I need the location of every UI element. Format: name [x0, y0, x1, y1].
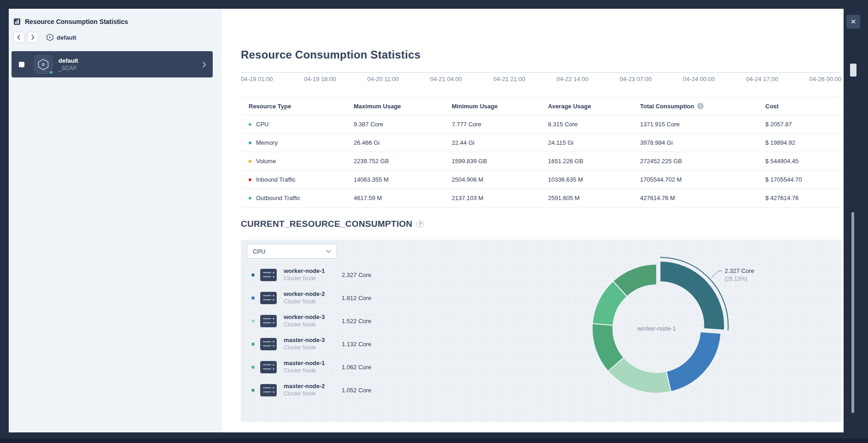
- resource-dot: [249, 197, 251, 200]
- scrollbar-thumb[interactable]: [851, 212, 854, 413]
- cell-total: 272452.225 GB: [640, 158, 765, 165]
- node-dot: [251, 319, 255, 323]
- chevron-right-icon: [31, 35, 35, 40]
- node-row[interactable]: worker-node-3Cluster Node1.522 Core: [241, 309, 439, 332]
- project-checkbox[interactable]: [19, 62, 24, 67]
- node-text: master-node-2Cluster Node: [284, 383, 342, 397]
- node-value: 1.522 Core: [342, 318, 371, 325]
- project-hexagon-icon: [34, 55, 52, 74]
- cell-max: 26.466 Gi: [354, 139, 452, 146]
- cluster-node-icon: [260, 384, 277, 396]
- resource-type-label: Memory: [256, 139, 278, 146]
- node-row[interactable]: worker-node-2Cluster Node1.812 Core: [241, 286, 439, 309]
- donut-leader-line: [711, 271, 722, 278]
- node-row[interactable]: master-node-1Cluster Node1.062 Core: [241, 355, 439, 378]
- table-header-row: Resource TypeMaximum UsageMinimum UsageA…: [241, 97, 841, 115]
- donut-annotation-value: 2.327 Core: [725, 267, 754, 274]
- node-dot: [251, 296, 255, 300]
- project-name: default: [58, 58, 78, 64]
- axis-tick-label: 04-24 00:00: [683, 76, 715, 83]
- cell-avg: 10336.635 M: [548, 176, 640, 183]
- table-row: Outbound Traffic4617.59 M2137.103 M2591.…: [241, 189, 841, 207]
- node-kind: Cluster Node: [284, 391, 342, 397]
- project-cube-icon: [47, 34, 53, 41]
- node-row[interactable]: worker-node-1Cluster Node2.327 Core: [241, 263, 439, 286]
- resource-dot: [249, 123, 251, 126]
- cluster-node-icon-wrap: [260, 361, 277, 373]
- forward-button[interactable]: [27, 32, 38, 43]
- node-value: 1.062 Core: [342, 364, 371, 371]
- axis-tick-label: 04-24 17:00: [746, 76, 778, 83]
- donut-slice[interactable]: [666, 332, 721, 392]
- node-text: worker-node-2Cluster Node: [284, 291, 342, 305]
- info-icon[interactable]: i: [697, 103, 704, 109]
- resource-type-cell: Inbound Traffic: [249, 176, 354, 183]
- cluster-node-icon: [260, 292, 277, 304]
- cell-min: 7.777 Core: [452, 121, 548, 128]
- cluster-node-icon: [260, 315, 277, 327]
- cluster-node-icon-wrap: [260, 315, 277, 327]
- node-name: master-node-3: [284, 337, 342, 343]
- cell-avg: 8.315 Core: [548, 121, 640, 128]
- column-header-label: Average Usage: [548, 103, 591, 110]
- resource-type-label: Volume: [256, 158, 276, 165]
- chevron-right-icon: [202, 61, 206, 68]
- breadcrumb-label: default: [57, 34, 76, 41]
- node-text: worker-node-1Cluster Node: [284, 268, 342, 282]
- axis-tick-label: 04-21 21:00: [493, 76, 525, 83]
- table-row: Volume2239.752 GB1599.839 GB1651.226 GB2…: [241, 152, 841, 171]
- resource-type-label: Outbound Traffic: [256, 195, 300, 201]
- cluster-node-icon-wrap: [260, 338, 277, 350]
- cell-total: 427614.76 M: [640, 195, 765, 201]
- resource-type-cell: Volume: [249, 158, 354, 165]
- resource-type-label: Inbound Traffic: [256, 176, 296, 183]
- resource-type-cell: Outbound Traffic: [249, 195, 354, 201]
- cluster-node-icon-wrap: [260, 269, 277, 281]
- section-heading-text: CURRENT_RESOURCE_CONSUMPTION: [241, 219, 413, 229]
- node-list: worker-node-1Cluster Node2.327 Coreworke…: [241, 263, 439, 402]
- close-button[interactable]: ✕: [846, 15, 860, 29]
- breadcrumb[interactable]: default: [47, 34, 76, 41]
- node-kind: Cluster Node: [284, 322, 342, 328]
- main-panel: Resource Consumption Statistics 04-19 01…: [222, 9, 844, 432]
- node-row[interactable]: master-node-3Cluster Node1.132 Core: [241, 332, 439, 355]
- chevron-down-icon: [326, 250, 331, 253]
- node-name: worker-node-1: [284, 268, 342, 274]
- scrollbar-corner[interactable]: [850, 64, 856, 77]
- resource-type-label: CPU: [256, 121, 268, 128]
- node-name: master-node-2: [284, 383, 342, 390]
- cell-avg: 2591.605 M: [548, 195, 640, 201]
- cluster-node-icon-wrap: [260, 384, 277, 396]
- chevron-left-icon: [17, 35, 21, 40]
- help-icon[interactable]: ?: [417, 220, 424, 228]
- section-heading: CURRENT_RESOURCE_CONSUMPTION ?: [241, 219, 424, 229]
- column-header-label: Resource Type: [249, 103, 291, 110]
- usage-table: Resource TypeMaximum UsageMinimum UsageA…: [241, 97, 841, 207]
- cell-min: 1599.839 GB: [452, 158, 548, 165]
- resource-dot: [249, 178, 251, 181]
- table-body: CPU9.387 Core7.777 Core8.315 Core1371.91…: [241, 115, 841, 207]
- axis-tick-label: 04-21 04:00: [430, 76, 462, 83]
- resource-select[interactable]: CPU: [247, 244, 337, 259]
- cell-min: 2137.103 M: [452, 195, 548, 201]
- project-card[interactable]: default _SCAP: [12, 51, 213, 77]
- node-row[interactable]: master-node-2Cluster Node1.052 Core: [241, 378, 439, 402]
- column-header: Maximum Usage: [354, 103, 452, 110]
- node-text: master-node-3Cluster Node: [284, 337, 342, 351]
- statistics-icon: [13, 18, 21, 25]
- node-text: worker-node-3Cluster Node: [284, 314, 342, 328]
- cell-max: 4617.59 M: [354, 195, 452, 201]
- axis-tick-label: 04-19 01:00: [241, 76, 273, 83]
- donut-center-label: worker-node-1: [637, 325, 676, 332]
- column-header-label: Total Consumption: [640, 103, 694, 110]
- cell-total: 1371.915 Core: [640, 121, 765, 128]
- donut-slice[interactable]: [660, 261, 724, 330]
- node-kind: Cluster Node: [284, 345, 342, 351]
- cell-cost: $ 544904.45: [765, 158, 841, 165]
- cell-min: 22.44 Gi: [452, 139, 548, 146]
- cell-cost: $ 427614.76: [765, 195, 841, 201]
- sidebar-title: Resource Consumption Statistics: [25, 18, 128, 25]
- node-dot: [251, 389, 255, 392]
- node-kind: Cluster Node: [284, 368, 342, 374]
- back-button[interactable]: [13, 32, 24, 43]
